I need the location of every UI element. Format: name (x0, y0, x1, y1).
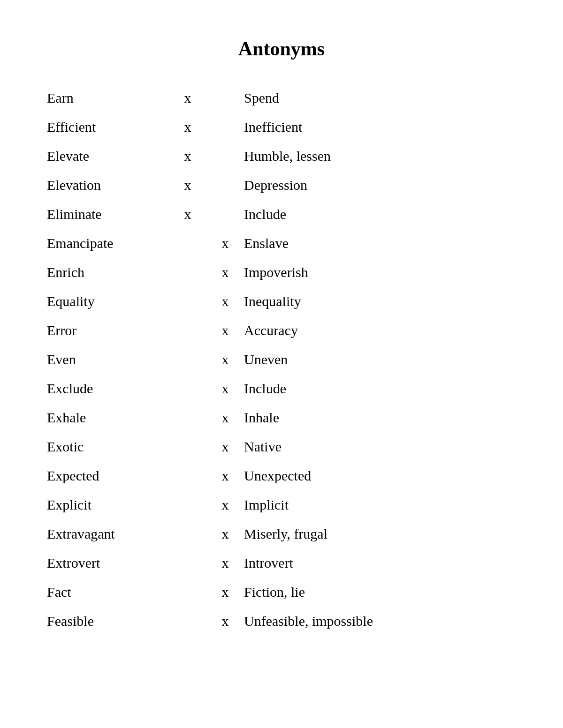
x-col1 (169, 578, 206, 607)
antonym-cell: Humble, lessen (244, 142, 516, 171)
antonyms-table: EarnxSpendEfficientxInefficientElevatexH… (47, 83, 516, 636)
antonym-cell: Native (244, 432, 516, 461)
x-col2 (206, 113, 244, 142)
x-col2 (206, 200, 244, 229)
table-row: EmancipatexEnslave (47, 229, 516, 258)
x-col1 (169, 345, 206, 374)
word-cell: Efficient (47, 113, 169, 142)
antonym-cell: Inefficient (244, 113, 516, 142)
antonym-cell: Implicit (244, 490, 516, 519)
x-col1: x (169, 83, 206, 113)
x-col1 (169, 490, 206, 519)
antonym-cell: Unfeasible, impossible (244, 607, 516, 636)
word-cell: Enrich (47, 258, 169, 287)
x-col2 (206, 171, 244, 200)
table-row: ExhalexInhale (47, 403, 516, 432)
antonym-cell: Introvert (244, 548, 516, 578)
x-col2: x (206, 519, 244, 548)
x-col2: x (206, 229, 244, 258)
word-cell: Emancipate (47, 229, 169, 258)
table-row: EarnxSpend (47, 83, 516, 113)
table-row: FactxFiction, lie (47, 578, 516, 607)
antonym-cell: Include (244, 200, 516, 229)
table-row: ExtravagantxMiserly, frugal (47, 519, 516, 548)
x-col2: x (206, 287, 244, 316)
antonym-cell: Depression (244, 171, 516, 200)
x-col1: x (169, 142, 206, 171)
word-cell: Exhale (47, 403, 169, 432)
table-row: ExtrovertxIntrovert (47, 548, 516, 578)
word-cell: Equality (47, 287, 169, 316)
x-col1 (169, 548, 206, 578)
x-col2: x (206, 258, 244, 287)
x-col1 (169, 287, 206, 316)
x-col1 (169, 316, 206, 345)
x-col2: x (206, 374, 244, 403)
antonym-cell: Impoverish (244, 258, 516, 287)
x-col1 (169, 258, 206, 287)
word-cell: Extrovert (47, 548, 169, 578)
table-row: ExcludexInclude (47, 374, 516, 403)
x-col1: x (169, 200, 206, 229)
x-col2 (206, 83, 244, 113)
table-row: ExplicitxImplicit (47, 490, 516, 519)
word-cell: Error (47, 316, 169, 345)
word-cell: Explicit (47, 490, 169, 519)
word-cell: Elevate (47, 142, 169, 171)
x-col1 (169, 432, 206, 461)
x-col2: x (206, 461, 244, 490)
x-col1 (169, 461, 206, 490)
x-col1 (169, 229, 206, 258)
antonym-cell: Miserly, frugal (244, 519, 516, 548)
x-col2: x (206, 490, 244, 519)
antonym-cell: Spend (244, 83, 516, 113)
antonym-cell: Unexpected (244, 461, 516, 490)
antonym-cell: Inequality (244, 287, 516, 316)
word-cell: Fact (47, 578, 169, 607)
antonym-cell: Enslave (244, 229, 516, 258)
antonym-cell: Accuracy (244, 316, 516, 345)
word-cell: Expected (47, 461, 169, 490)
table-row: EfficientxInefficient (47, 113, 516, 142)
x-col2: x (206, 607, 244, 636)
x-col2: x (206, 548, 244, 578)
table-row: EnrichxImpoverish (47, 258, 516, 287)
table-row: ExpectedxUnexpected (47, 461, 516, 490)
word-cell: Even (47, 345, 169, 374)
word-cell: Extravagant (47, 519, 169, 548)
x-col1 (169, 403, 206, 432)
word-cell: Exotic (47, 432, 169, 461)
page-title: Antonyms (47, 38, 516, 60)
x-col2: x (206, 578, 244, 607)
x-col2 (206, 142, 244, 171)
table-row: EqualityxInequality (47, 287, 516, 316)
x-col1 (169, 607, 206, 636)
antonym-cell: Inhale (244, 403, 516, 432)
table-row: FeasiblexUnfeasible, impossible (47, 607, 516, 636)
word-cell: Exclude (47, 374, 169, 403)
antonym-cell: Include (244, 374, 516, 403)
x-col1: x (169, 171, 206, 200)
x-col1 (169, 374, 206, 403)
x-col2: x (206, 403, 244, 432)
antonym-cell: Uneven (244, 345, 516, 374)
table-row: ElevatexHumble, lessen (47, 142, 516, 171)
x-col1 (169, 519, 206, 548)
x-col2: x (206, 432, 244, 461)
table-row: ExoticxNative (47, 432, 516, 461)
antonym-cell: Fiction, lie (244, 578, 516, 607)
word-cell: Eliminate (47, 200, 169, 229)
table-row: EliminatexInclude (47, 200, 516, 229)
table-row: EvenxUneven (47, 345, 516, 374)
table-row: ElevationxDepression (47, 171, 516, 200)
x-col2: x (206, 345, 244, 374)
table-row: ErrorxAccuracy (47, 316, 516, 345)
word-cell: Elevation (47, 171, 169, 200)
x-col2: x (206, 316, 244, 345)
word-cell: Earn (47, 83, 169, 113)
x-col1: x (169, 113, 206, 142)
word-cell: Feasible (47, 607, 169, 636)
